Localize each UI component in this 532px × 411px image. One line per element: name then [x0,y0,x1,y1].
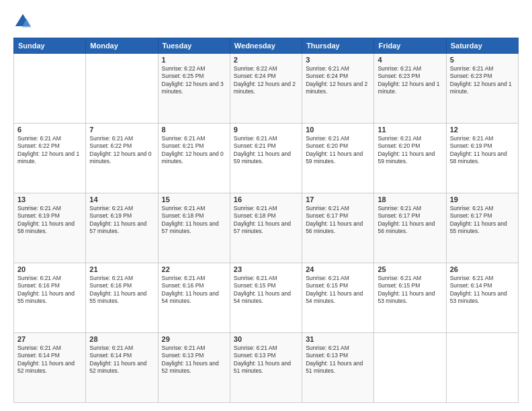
day-number: 10 [306,126,370,134]
day-number: 9 [234,126,298,134]
cell-text: Sunrise: 6:21 AM Sunset: 6:20 PM Dayligh… [306,135,370,166]
header [13,12,519,31]
calendar-cell: 16Sunrise: 6:21 AM Sunset: 6:18 PM Dayli… [230,193,302,263]
cell-text: Sunrise: 6:21 AM Sunset: 6:14 PM Dayligh… [17,345,82,375]
logo [13,12,35,31]
weekday-monday: Monday [86,38,158,54]
calendar-cell: 10Sunrise: 6:21 AM Sunset: 6:20 PM Dayli… [302,124,374,193]
day-number: 20 [17,265,82,273]
day-number: 1 [162,56,226,64]
calendar-cell [374,333,446,403]
cell-text: Sunrise: 6:21 AM Sunset: 6:16 PM Dayligh… [162,275,226,306]
day-number: 18 [378,195,442,203]
day-number: 15 [162,195,226,203]
cell-text: Sunrise: 6:21 AM Sunset: 6:17 PM Dayligh… [378,205,442,236]
cell-text: Sunrise: 6:21 AM Sunset: 6:17 PM Dayligh… [450,205,515,236]
day-number: 7 [89,126,154,134]
cell-text: Sunrise: 6:21 AM Sunset: 6:18 PM Dayligh… [234,205,298,236]
day-number: 30 [234,335,298,343]
week-row-3: 13Sunrise: 6:21 AM Sunset: 6:19 PM Dayli… [14,193,519,263]
weekday-sunday: Sunday [14,38,86,54]
calendar-cell: 19Sunrise: 6:21 AM Sunset: 6:17 PM Dayli… [446,193,518,263]
calendar-cell: 13Sunrise: 6:21 AM Sunset: 6:19 PM Dayli… [14,193,86,263]
week-row-5: 27Sunrise: 6:21 AM Sunset: 6:14 PM Dayli… [14,333,519,403]
day-number: 22 [162,265,226,273]
day-number: 26 [450,265,515,273]
calendar-cell: 21Sunrise: 6:21 AM Sunset: 6:16 PM Dayli… [86,263,158,333]
calendar-cell [14,54,86,124]
cell-text: Sunrise: 6:21 AM Sunset: 6:13 PM Dayligh… [306,345,370,375]
calendar-cell: 27Sunrise: 6:21 AM Sunset: 6:14 PM Dayli… [14,333,86,403]
day-number: 19 [450,195,515,203]
day-number: 8 [162,126,226,134]
calendar-cell: 29Sunrise: 6:21 AM Sunset: 6:13 PM Dayli… [158,333,230,403]
cell-text: Sunrise: 6:21 AM Sunset: 6:16 PM Dayligh… [89,275,154,306]
calendar-cell: 1Sunrise: 6:22 AM Sunset: 6:25 PM Daylig… [158,54,230,124]
day-number: 17 [306,195,370,203]
cell-text: Sunrise: 6:21 AM Sunset: 6:15 PM Dayligh… [234,275,298,306]
day-number: 29 [162,335,226,343]
calendar-cell: 9Sunrise: 6:21 AM Sunset: 6:21 PM Daylig… [230,124,302,193]
cell-text: Sunrise: 6:21 AM Sunset: 6:20 PM Dayligh… [378,135,442,166]
cell-text: Sunrise: 6:21 AM Sunset: 6:13 PM Dayligh… [162,345,226,375]
calendar-cell: 11Sunrise: 6:21 AM Sunset: 6:20 PM Dayli… [374,124,446,193]
day-number: 23 [234,265,298,273]
calendar-cell: 24Sunrise: 6:21 AM Sunset: 6:15 PM Dayli… [302,263,374,333]
calendar-cell: 2Sunrise: 6:22 AM Sunset: 6:24 PM Daylig… [230,54,302,124]
cell-text: Sunrise: 6:21 AM Sunset: 6:21 PM Dayligh… [162,135,226,166]
calendar-cell: 17Sunrise: 6:21 AM Sunset: 6:17 PM Dayli… [302,193,374,263]
cell-text: Sunrise: 6:21 AM Sunset: 6:16 PM Dayligh… [17,275,82,306]
calendar-cell: 8Sunrise: 6:21 AM Sunset: 6:21 PM Daylig… [158,124,230,193]
day-number: 16 [234,195,298,203]
cell-text: Sunrise: 6:21 AM Sunset: 6:24 PM Dayligh… [306,65,370,96]
cell-text: Sunrise: 6:21 AM Sunset: 6:23 PM Dayligh… [378,65,442,96]
cell-text: Sunrise: 6:22 AM Sunset: 6:24 PM Dayligh… [234,65,298,96]
cell-text: Sunrise: 6:22 AM Sunset: 6:25 PM Dayligh… [162,65,226,96]
day-number: 24 [306,265,370,273]
day-number: 2 [234,56,298,64]
weekday-friday: Friday [374,38,446,54]
cell-text: Sunrise: 6:21 AM Sunset: 6:23 PM Dayligh… [450,65,515,96]
calendar-cell [446,333,518,403]
day-number: 28 [89,335,154,343]
calendar-cell: 31Sunrise: 6:21 AM Sunset: 6:13 PM Dayli… [302,333,374,403]
calendar-cell: 15Sunrise: 6:21 AM Sunset: 6:18 PM Dayli… [158,193,230,263]
cell-text: Sunrise: 6:21 AM Sunset: 6:19 PM Dayligh… [17,205,82,236]
day-number: 11 [378,126,442,134]
calendar-cell: 20Sunrise: 6:21 AM Sunset: 6:16 PM Dayli… [14,263,86,333]
cell-text: Sunrise: 6:21 AM Sunset: 6:19 PM Dayligh… [450,135,515,166]
calendar-cell: 22Sunrise: 6:21 AM Sunset: 6:16 PM Dayli… [158,263,230,333]
page: SundayMondayTuesdayWednesdayThursdayFrid… [0,0,532,411]
calendar-table: SundayMondayTuesdayWednesdayThursdayFrid… [13,38,519,403]
week-row-1: 1Sunrise: 6:22 AM Sunset: 6:25 PM Daylig… [14,54,519,124]
calendar-cell: 4Sunrise: 6:21 AM Sunset: 6:23 PM Daylig… [374,54,446,124]
weekday-tuesday: Tuesday [158,38,230,54]
week-row-2: 6Sunrise: 6:21 AM Sunset: 6:22 PM Daylig… [14,124,519,193]
weekday-thursday: Thursday [302,38,374,54]
cell-text: Sunrise: 6:21 AM Sunset: 6:22 PM Dayligh… [17,135,82,166]
cell-text: Sunrise: 6:21 AM Sunset: 6:22 PM Dayligh… [89,135,154,166]
calendar-cell: 23Sunrise: 6:21 AM Sunset: 6:15 PM Dayli… [230,263,302,333]
cell-text: Sunrise: 6:21 AM Sunset: 6:19 PM Dayligh… [89,205,154,236]
cell-text: Sunrise: 6:21 AM Sunset: 6:13 PM Dayligh… [234,345,298,375]
day-number: 3 [306,56,370,64]
cell-text: Sunrise: 6:21 AM Sunset: 6:14 PM Dayligh… [89,345,154,375]
calendar-cell: 26Sunrise: 6:21 AM Sunset: 6:14 PM Dayli… [446,263,518,333]
day-number: 31 [306,335,370,343]
day-number: 21 [89,265,154,273]
cell-text: Sunrise: 6:21 AM Sunset: 6:21 PM Dayligh… [234,135,298,166]
calendar-cell: 30Sunrise: 6:21 AM Sunset: 6:13 PM Dayli… [230,333,302,403]
calendar-cell: 6Sunrise: 6:21 AM Sunset: 6:22 PM Daylig… [14,124,86,193]
day-number: 25 [378,265,442,273]
day-number: 14 [89,195,154,203]
calendar-cell: 3Sunrise: 6:21 AM Sunset: 6:24 PM Daylig… [302,54,374,124]
day-number: 6 [17,126,82,134]
day-number: 4 [378,56,442,64]
calendar-cell: 14Sunrise: 6:21 AM Sunset: 6:19 PM Dayli… [86,193,158,263]
calendar-cell: 7Sunrise: 6:21 AM Sunset: 6:22 PM Daylig… [86,124,158,193]
week-row-4: 20Sunrise: 6:21 AM Sunset: 6:16 PM Dayli… [14,263,519,333]
cell-text: Sunrise: 6:21 AM Sunset: 6:17 PM Dayligh… [306,205,370,236]
cell-text: Sunrise: 6:21 AM Sunset: 6:15 PM Dayligh… [378,275,442,306]
calendar-cell: 28Sunrise: 6:21 AM Sunset: 6:14 PM Dayli… [86,333,158,403]
day-number: 12 [450,126,515,134]
